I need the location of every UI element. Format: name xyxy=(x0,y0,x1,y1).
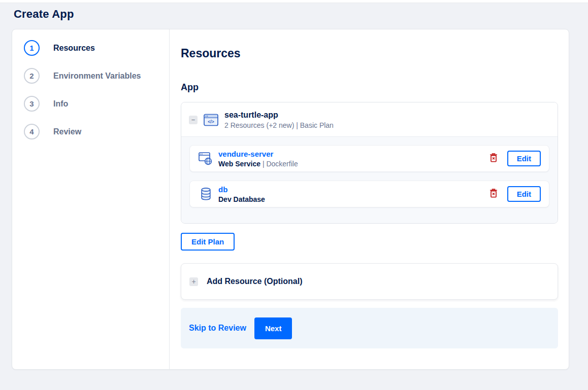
step-label: Environment Variables xyxy=(53,72,141,81)
app-card-body: vendure-server Web Service | Dockerfile xyxy=(181,136,558,223)
plus-icon[interactable]: + xyxy=(189,277,198,286)
edit-resource-button[interactable]: Edit xyxy=(507,151,541,166)
steps-sidebar: 1 Resources 2 Environment Variables 3 In… xyxy=(12,29,170,369)
collapse-app-button[interactable]: − xyxy=(189,116,198,124)
app-window-code-icon: </> xyxy=(204,114,218,126)
step-label: Review xyxy=(53,127,81,136)
step-environment-variables[interactable]: 2 Environment Variables xyxy=(24,68,169,84)
resource-row-db: db Dev Database xyxy=(189,181,549,207)
main-content: Resources App − </> sea-turtle-app xyxy=(170,29,569,369)
page-title: Create App xyxy=(14,8,588,21)
svg-text:</>: </> xyxy=(208,119,214,124)
wizard-footer: Skip to Review Next xyxy=(181,308,558,348)
step-number-badge: 4 xyxy=(24,124,40,139)
resource-detail: | Dockerfile xyxy=(260,160,298,168)
wizard-card: 1 Resources 2 Environment Variables 3 In… xyxy=(12,29,569,370)
trash-icon xyxy=(489,153,498,164)
app-card-titles: sea-turtle-app 2 Resources (+2 new) | Ba… xyxy=(224,111,334,129)
step-label: Resources xyxy=(53,44,95,53)
edit-plan-button[interactable]: Edit Plan xyxy=(181,233,235,251)
web-service-icon xyxy=(198,152,213,165)
page-header: Create App xyxy=(0,3,588,28)
delete-resource-button[interactable] xyxy=(488,152,499,165)
resource-subtitle: Web Service | Dockerfile xyxy=(218,160,298,168)
step-label: Info xyxy=(53,99,68,109)
step-info[interactable]: 3 Info xyxy=(24,96,169,112)
resource-titles: db Dev Database xyxy=(218,185,265,203)
step-number-badge: 3 xyxy=(24,96,40,112)
trash-icon xyxy=(489,189,498,199)
edit-resource-button[interactable]: Edit xyxy=(507,186,541,202)
delete-resource-button[interactable] xyxy=(488,188,499,200)
resource-name-link[interactable]: vendure-server xyxy=(218,150,298,158)
resource-row-vendure-server: vendure-server Web Service | Dockerfile xyxy=(189,145,549,172)
step-number-badge: 1 xyxy=(24,40,40,56)
app-name: sea-turtle-app xyxy=(224,111,334,120)
step-resources[interactable]: 1 Resources xyxy=(24,40,169,56)
step-number-badge: 2 xyxy=(24,68,40,84)
resource-type: Web Service xyxy=(218,160,260,168)
resource-subtitle: Dev Database xyxy=(218,195,265,203)
resource-type: Dev Database xyxy=(218,195,265,203)
database-icon xyxy=(198,187,213,201)
resource-titles: vendure-server Web Service | Dockerfile xyxy=(218,150,298,168)
app-card: − </> sea-turtle-app 2 Resources (+2 new… xyxy=(181,102,558,224)
app-section-heading: App xyxy=(181,82,558,93)
add-resource-label: Add Resource (Optional) xyxy=(207,277,302,286)
step-review[interactable]: 4 Review xyxy=(24,124,169,139)
add-resource-section[interactable]: + Add Resource (Optional) xyxy=(181,263,558,300)
resource-name-link[interactable]: db xyxy=(218,185,265,194)
resources-heading: Resources xyxy=(181,47,558,60)
app-card-header: − </> sea-turtle-app 2 Resources (+2 new… xyxy=(181,102,558,136)
next-button[interactable]: Next xyxy=(254,317,292,339)
skip-to-review-link[interactable]: Skip to Review xyxy=(189,324,246,333)
app-summary: 2 Resources (+2 new) | Basic Plan xyxy=(224,121,334,129)
